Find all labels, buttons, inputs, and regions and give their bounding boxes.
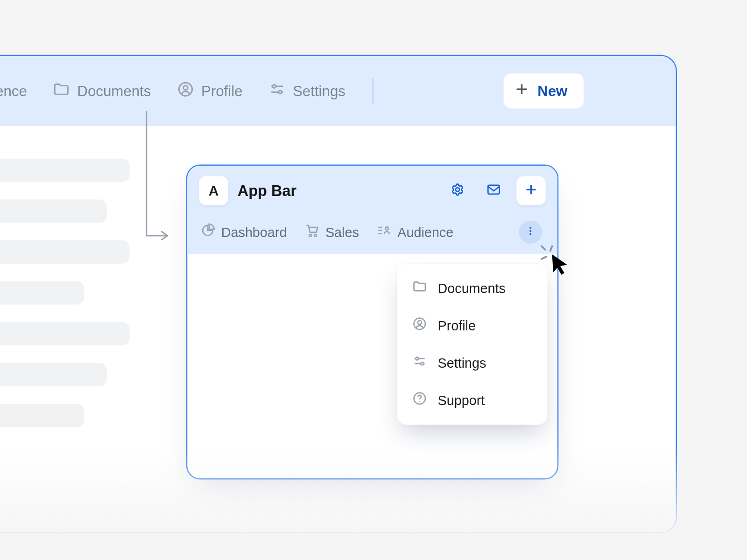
menu-item-settings-label: Settings [438, 355, 486, 371]
tab-dashboard[interactable]: Dashboard [200, 223, 287, 242]
new-button-label: New [537, 83, 567, 99]
mail-button[interactable] [451, 78, 477, 104]
nav-item-profile[interactable]: Profile [176, 81, 242, 102]
help-circle-icon [412, 391, 428, 410]
svg-point-30 [421, 362, 423, 365]
top-nav-bar: Audience Documents Profile Settings [0, 56, 676, 126]
plus-icon [524, 182, 538, 199]
tab-sales-label: Sales [325, 224, 359, 240]
tab-audience[interactable]: Audience [376, 223, 453, 242]
placeholder-line [0, 322, 130, 345]
app-logo-letter: A [209, 182, 219, 199]
more-vertical-icon [525, 225, 536, 239]
app-bar: A App Bar [187, 166, 557, 254]
svg-point-24 [529, 233, 531, 235]
appbar-new-button[interactable] [516, 176, 546, 206]
appbar-mail-button[interactable] [480, 177, 507, 204]
svg-point-34 [419, 401, 420, 402]
user-circle-icon [412, 316, 428, 335]
nav-profile-label: Profile [201, 83, 243, 99]
nav-divider [372, 78, 374, 104]
nav-documents-label: Documents [77, 83, 151, 99]
pie-chart-icon [200, 223, 216, 242]
menu-item-documents-label: Documents [438, 280, 506, 296]
nav-item-settings[interactable]: Settings [268, 81, 345, 102]
app-logo-chip[interactable]: A [199, 176, 228, 206]
appbar-settings-button[interactable] [444, 177, 471, 204]
placeholder-line [0, 159, 130, 182]
app-bar-title: App Bar [238, 182, 435, 200]
svg-point-17 [314, 234, 316, 236]
overflow-menu: Documents Profile Settings Support [397, 264, 548, 425]
svg-point-2 [273, 85, 276, 88]
menu-item-documents[interactable]: Documents [397, 270, 548, 307]
gear-icon [450, 182, 465, 200]
mail-icon [486, 182, 501, 200]
svg-point-22 [529, 227, 531, 229]
nav-settings-label: Settings [293, 83, 345, 99]
nav-item-audience[interactable]: Audience [0, 83, 27, 99]
folder-icon [412, 279, 428, 298]
tab-audience-label: Audience [397, 224, 453, 240]
sliders-icon [268, 81, 286, 102]
placeholder-line [0, 240, 130, 264]
nav-audience-label: Audience [0, 83, 27, 99]
sliders-icon [412, 354, 428, 372]
settings-gear-button[interactable] [400, 78, 426, 104]
new-button[interactable]: New [503, 73, 584, 109]
svg-point-23 [529, 230, 531, 232]
menu-item-profile-label: Profile [438, 318, 476, 334]
placeholder-line [0, 363, 106, 386]
nav-item-documents[interactable]: Documents [53, 81, 151, 102]
sidebar-placeholder [0, 159, 130, 427]
svg-point-12 [456, 188, 459, 191]
plus-icon [514, 82, 529, 100]
user-circle-icon [176, 81, 194, 102]
audience-icon [376, 223, 392, 242]
overflow-menu-button[interactable] [519, 221, 542, 244]
placeholder-line [0, 200, 106, 223]
tab-dashboard-label: Dashboard [221, 224, 287, 240]
svg-point-1 [183, 85, 187, 90]
menu-item-settings[interactable]: Settings [397, 344, 548, 382]
tab-sales[interactable]: Sales [304, 223, 359, 242]
menu-item-profile[interactable]: Profile [397, 307, 548, 344]
svg-point-21 [385, 227, 388, 230]
svg-point-16 [309, 234, 311, 236]
svg-point-5 [278, 91, 282, 94]
svg-point-26 [418, 321, 422, 324]
svg-rect-13 [488, 185, 499, 194]
cart-icon [304, 223, 320, 242]
placeholder-line [0, 281, 84, 305]
menu-item-support-label: Support [438, 392, 485, 408]
menu-item-support[interactable]: Support [397, 382, 548, 419]
placeholder-line [0, 404, 84, 427]
tab-row: Dashboard Sales Audience [199, 205, 546, 254]
folder-icon [53, 81, 70, 102]
svg-point-27 [416, 357, 418, 360]
